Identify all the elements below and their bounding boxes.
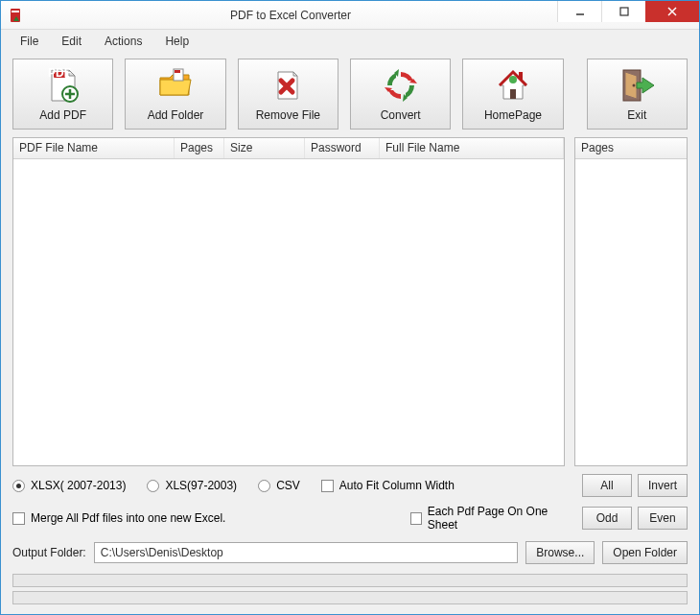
close-button[interactable] <box>645 1 699 22</box>
col-fullname[interactable]: Full File Name <box>380 138 564 158</box>
each-page-checkbox[interactable]: Each Pdf Page On One Sheet <box>410 505 571 532</box>
output-folder-label: Output Folder: <box>12 546 86 559</box>
col-side-pages[interactable]: Pages <box>575 138 687 158</box>
options-panel: XLSX( 2007-2013) XLS(97-2003) CSV Auto F… <box>1 466 699 535</box>
file-table-body[interactable] <box>13 159 564 465</box>
invert-button[interactable]: Invert <box>638 474 688 497</box>
toolbar: PDF Add PDF Add Folder Remove File Conve… <box>1 53 699 137</box>
col-pages[interactable]: Pages <box>175 138 224 158</box>
progress-bar-2 <box>12 591 688 604</box>
content-area: PDF File Name Pages Size Password Full F… <box>1 137 699 466</box>
add-pdf-label: Add PDF <box>39 108 86 122</box>
svg-rect-17 <box>519 72 523 80</box>
app-icon <box>9 8 24 23</box>
all-button[interactable]: All <box>582 474 632 497</box>
file-table[interactable]: PDF File Name Pages Size Password Full F… <box>12 137 565 466</box>
svg-rect-15 <box>510 89 516 99</box>
app-window: PDF to Excel Converter File Edit Actions… <box>0 0 700 615</box>
format-xls-radio[interactable]: XLS(97-2003) <box>147 479 237 492</box>
radio-icon <box>12 480 25 492</box>
format-xls-label: XLS(97-2003) <box>165 479 237 492</box>
remove-file-button[interactable]: Remove File <box>238 59 338 130</box>
format-xlsx-radio[interactable]: XLSX( 2007-2013) <box>12 479 126 492</box>
open-folder-button[interactable]: Open Folder <box>602 541 688 564</box>
convert-icon <box>382 66 420 105</box>
output-row: Output Folder: Browse... Open Folder <box>1 535 699 570</box>
add-pdf-button[interactable]: PDF Add PDF <box>12 59 113 130</box>
window-controls <box>557 1 699 22</box>
pages-table[interactable]: Pages <box>574 137 688 466</box>
autofit-label: Auto Fit Column Width <box>339 479 455 492</box>
progress-bar-1 <box>12 574 688 587</box>
menu-file[interactable]: File <box>11 32 48 51</box>
remove-icon <box>268 66 307 105</box>
svg-text:PDF: PDF <box>48 66 71 80</box>
col-size[interactable]: Size <box>224 138 305 158</box>
svg-rect-12 <box>175 70 180 73</box>
checkbox-icon <box>410 512 422 525</box>
pages-table-body[interactable] <box>575 159 687 465</box>
exit-label: Exit <box>627 108 646 122</box>
radio-icon <box>258 480 270 492</box>
window-title: PDF to Excel Converter <box>24 9 557 22</box>
home-icon <box>494 66 532 105</box>
titlebar: PDF to Excel Converter <box>1 1 699 30</box>
even-button[interactable]: Even <box>638 507 688 530</box>
menu-actions[interactable]: Actions <box>95 32 152 51</box>
col-password[interactable]: Password <box>305 138 380 158</box>
minimize-button[interactable] <box>557 1 601 22</box>
odd-button[interactable]: Odd <box>582 507 632 530</box>
homepage-button[interactable]: HomePage <box>462 59 563 130</box>
svg-point-19 <box>633 84 636 87</box>
checkbox-icon <box>12 512 25 525</box>
folder-icon <box>156 66 195 105</box>
pages-table-header: Pages <box>575 138 687 159</box>
radio-icon <box>147 480 159 492</box>
exit-button[interactable]: Exit <box>587 59 688 130</box>
browse-button[interactable]: Browse... <box>525 541 595 564</box>
pdf-file-icon: PDF <box>44 66 82 105</box>
menu-help[interactable]: Help <box>155 32 198 51</box>
format-csv-radio[interactable]: CSV <box>258 479 300 492</box>
exit-icon <box>618 66 656 105</box>
add-folder-button[interactable]: Add Folder <box>125 59 225 130</box>
merge-checkbox[interactable]: Merge All Pdf files into one new Excel. <box>12 511 389 525</box>
file-table-header: PDF File Name Pages Size Password Full F… <box>13 138 564 159</box>
menu-edit[interactable]: Edit <box>52 32 91 51</box>
output-folder-input[interactable] <box>94 542 519 563</box>
maximize-button[interactable] <box>601 1 645 22</box>
homepage-label: HomePage <box>484 108 542 122</box>
svg-rect-1 <box>12 11 19 12</box>
add-folder-label: Add Folder <box>148 108 204 122</box>
each-page-label: Each Pdf Page On One Sheet <box>428 505 571 532</box>
checkbox-icon <box>321 480 334 492</box>
format-csv-label: CSV <box>276 479 300 492</box>
autofit-checkbox[interactable]: Auto Fit Column Width <box>321 479 455 492</box>
svg-rect-3 <box>620 8 628 15</box>
progress-area <box>1 570 699 614</box>
col-filename[interactable]: PDF File Name <box>13 138 175 158</box>
menubar: File Edit Actions Help <box>1 30 699 53</box>
svg-point-16 <box>509 76 517 83</box>
format-xlsx-label: XLSX( 2007-2013) <box>31 479 126 492</box>
convert-button[interactable]: Convert <box>350 59 451 130</box>
remove-file-label: Remove File <box>256 108 320 122</box>
convert-label: Convert <box>381 108 421 122</box>
merge-label: Merge All Pdf files into one new Excel. <box>31 511 225 525</box>
